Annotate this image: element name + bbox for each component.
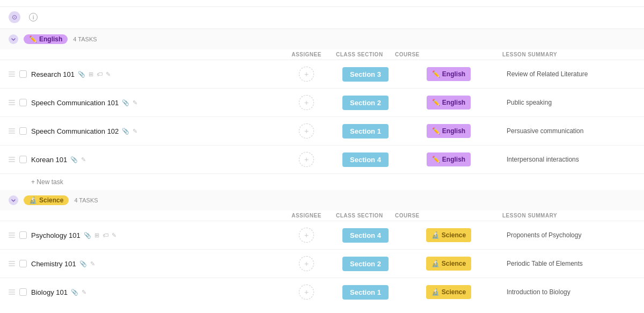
add-assignee-btn-0-1[interactable]: + <box>299 95 314 110</box>
tag-icon[interactable]: 🏷 <box>103 232 108 238</box>
task-name-1-1: Chemistry 101 📎 ✎ <box>31 260 95 268</box>
course-cell-1-0: 🔬 Science <box>395 221 502 249</box>
drag-handle[interactable] <box>9 100 15 105</box>
edit-icon[interactable]: ✎ <box>133 128 137 135</box>
course-label-1-2: Science <box>442 288 466 296</box>
lesson-summary-1-1: Periodic Table of Elements <box>502 260 635 267</box>
edit-icon[interactable]: ✎ <box>82 289 86 296</box>
section-tag-0-0: Section 3 <box>342 67 389 82</box>
table-row: Chemistry 101 📎 ✎ + Section 2 🔬 Science … <box>0 250 644 278</box>
assignee-cell-1-0: + <box>277 228 336 243</box>
course-cell-0-3: ✏️ English <box>395 145 502 173</box>
task-checkbox-0-0[interactable] <box>19 70 27 78</box>
edit-icon[interactable]: ✎ <box>81 156 86 163</box>
assignee-cell-0-0: + <box>277 67 336 82</box>
collapse-btn-english[interactable] <box>9 34 18 44</box>
task-left-1-2: Biology 101 📎 ✎ <box>9 288 277 296</box>
page-title-icon: ⊙ <box>9 11 20 23</box>
task-checkbox-1-2[interactable] <box>19 288 27 296</box>
col-course-header: COURSE <box>395 213 502 219</box>
section-tag-0-1: Section 2 <box>342 96 389 110</box>
task-checkbox-0-1[interactable] <box>19 99 27 106</box>
col-headers-science: ASSIGNEE CLASS SECTION COURSE LESSON SUM… <box>0 210 644 221</box>
table-row: Biology 101 📎 ✎ + Section 1 🔬 Science In… <box>0 278 644 303</box>
attach-icon[interactable]: 📎 <box>71 289 78 296</box>
group-tag-emoji-science: 🔬 <box>29 196 37 204</box>
lesson-summary-0-1: Public speaking <box>502 99 635 106</box>
drag-handle[interactable] <box>9 157 15 162</box>
group-header-science: 🔬 Science 4 TASKS <box>0 190 644 210</box>
drag-handle[interactable] <box>9 232 15 238</box>
section-tag-0-2: Section 1 <box>342 124 389 139</box>
section-cell-1-0: Section 4 <box>336 221 395 249</box>
col-section-header: CLASS SECTION <box>336 52 395 57</box>
course-label-0-2: English <box>442 127 465 135</box>
course-label-1-1: Science <box>442 260 466 267</box>
subtask-icon[interactable]: ⊞ <box>89 71 93 78</box>
course-tag-1-2: 🔬 Science <box>426 285 471 299</box>
section-cell-0-0: Section 3 <box>336 60 395 88</box>
task-left-0-2: Speech Communication 102 📎 ✎ <box>9 127 277 135</box>
task-name-0-2: Speech Communication 102 📎 ✎ <box>31 127 137 135</box>
group-tag-label-english: English <box>39 35 62 43</box>
section-tag-1-1: Section 2 <box>342 257 389 271</box>
task-name-1-2: Biology 101 📎 ✎ <box>31 288 86 296</box>
section-cell-1-1: Section 2 <box>336 250 395 278</box>
course-emoji-0-0: ✏️ <box>432 70 440 78</box>
drag-handle[interactable] <box>9 261 15 266</box>
edit-icon[interactable]: ✎ <box>112 232 116 239</box>
tag-icon[interactable]: 🏷 <box>97 71 103 77</box>
course-emoji-0-1: ✏️ <box>432 99 440 106</box>
task-checkbox-0-3[interactable] <box>19 156 27 163</box>
col-section-header: CLASS SECTION <box>336 213 395 219</box>
add-task-row-english[interactable]: + New task <box>0 174 644 190</box>
assignee-cell-1-1: + <box>277 256 336 271</box>
attach-icon[interactable]: 📎 <box>122 99 129 106</box>
attach-icon[interactable]: 📎 <box>70 156 78 163</box>
drag-handle[interactable] <box>9 289 15 295</box>
section-cell-1-2: Section 1 <box>336 278 395 303</box>
course-label-0-3: English <box>442 156 465 163</box>
edit-icon[interactable]: ✎ <box>106 71 111 78</box>
add-assignee-btn-1-2[interactable]: + <box>299 285 314 300</box>
course-tag-1-1: 🔬 Science <box>426 257 471 271</box>
task-name-0-0: Research 101 📎 ⊞🏷 ✎ <box>31 70 111 78</box>
attach-icon[interactable]: 📎 <box>79 260 87 267</box>
section-tag-1-2: Section 1 <box>342 285 389 300</box>
add-assignee-btn-0-0[interactable]: + <box>299 67 314 82</box>
task-checkbox-0-2[interactable] <box>19 127 27 135</box>
course-tag-1-0: 🔬 Science <box>426 228 471 242</box>
attach-icon[interactable]: 📎 <box>84 232 91 239</box>
table-row: Research 101 📎 ⊞🏷 ✎ + Section 3 ✏️ Engli… <box>0 60 644 89</box>
edit-icon[interactable]: ✎ <box>90 260 95 267</box>
table-row: Psychology 101 📎 ⊞🏷 ✎ + Section 4 🔬 Scie… <box>0 221 644 250</box>
group-header-english: ✏️ English 4 TASKS <box>0 29 644 49</box>
assignee-cell-0-3: + <box>277 152 336 167</box>
collapse-btn-science[interactable] <box>9 195 18 205</box>
assignee-cell-0-1: + <box>277 95 336 110</box>
course-tag-0-3: ✏️ English <box>427 152 471 166</box>
task-name-0-3: Korean 101 📎 ✎ <box>31 156 86 164</box>
lesson-summary-0-2: Persuasive communication <box>502 127 635 135</box>
group-tag-emoji-english: ✏️ <box>29 35 37 43</box>
add-assignee-btn-0-2[interactable]: + <box>299 123 314 139</box>
drag-handle[interactable] <box>9 71 15 77</box>
col-headers-english: ASSIGNEE CLASS SECTION COURSE LESSON SUM… <box>0 49 644 60</box>
attach-icon[interactable]: 📎 <box>122 128 129 135</box>
add-assignee-btn-0-3[interactable]: + <box>299 152 314 167</box>
add-assignee-btn-1-0[interactable]: + <box>299 228 314 243</box>
edit-icon[interactable]: ✎ <box>133 99 137 106</box>
col-assignee-header: ASSIGNEE <box>277 52 336 57</box>
task-checkbox-1-0[interactable] <box>19 231 27 239</box>
subtask-icon[interactable]: ⊞ <box>94 232 99 239</box>
table-row: Korean 101 📎 ✎ + Section 4 ✏️ English In… <box>0 145 644 174</box>
breadcrumb <box>0 0 644 7</box>
drag-handle[interactable] <box>9 128 15 134</box>
task-left-1-0: Psychology 101 📎 ⊞🏷 ✎ <box>9 231 277 239</box>
course-label-1-0: Science <box>442 231 466 239</box>
add-assignee-btn-1-1[interactable]: + <box>299 256 314 271</box>
group-count-english: 4 TASKS <box>73 36 97 42</box>
task-checkbox-1-1[interactable] <box>19 260 27 267</box>
info-icon[interactable]: i <box>29 13 38 21</box>
attach-icon[interactable]: 📎 <box>78 71 85 78</box>
